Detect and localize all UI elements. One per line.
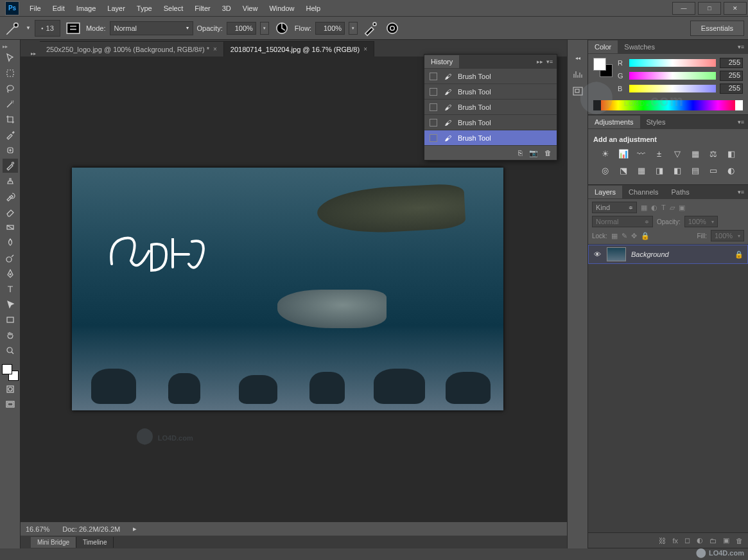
magic-wand-tool[interactable]: [3, 97, 18, 111]
menu-type[interactable]: Type: [132, 2, 157, 15]
tab-mini-bridge[interactable]: Mini Bridge: [31, 537, 76, 548]
filter-pixel-icon[interactable]: ▦: [641, 204, 647, 212]
posterize-icon[interactable]: ◧: [672, 165, 683, 175]
history-item[interactable]: 🖌Brush Tool: [424, 115, 557, 130]
layer-fill-input[interactable]: 100%▾: [711, 230, 744, 241]
zoom-tool[interactable]: [3, 344, 18, 358]
hand-tool[interactable]: [3, 328, 18, 342]
blend-mode-select[interactable]: Normal▾: [110, 21, 193, 35]
document-tab-1[interactable]: 250x250_logo.jpg @ 100% (Background, RGB…: [40, 41, 224, 57]
menu-window[interactable]: Window: [264, 2, 299, 15]
histogram-icon[interactable]: [571, 69, 584, 80]
quick-mask-tool[interactable]: [3, 382, 18, 396]
menu-file[interactable]: File: [24, 2, 46, 15]
lock-transparency-icon[interactable]: ▦: [611, 232, 618, 240]
layer-list[interactable]: 👁 Background 🔒: [588, 245, 748, 532]
link-layers-icon[interactable]: ⛓: [659, 537, 666, 545]
panel-menu-icon[interactable]: ▾≡: [734, 189, 748, 195]
window-minimize-button[interactable]: —: [672, 2, 695, 15]
history-item[interactable]: 🖌Brush Tool: [424, 84, 557, 100]
dodge-tool[interactable]: [3, 251, 18, 265]
tab-adjustments[interactable]: Adjustments: [588, 116, 640, 128]
collapse-tabs-icon[interactable]: ▸▸: [31, 51, 36, 57]
color-fg-bg-swatches[interactable]: [593, 58, 613, 77]
gradient-map-icon[interactable]: ▭: [708, 165, 719, 175]
lock-all-icon[interactable]: 🔒: [641, 232, 650, 240]
close-icon[interactable]: ×: [213, 46, 217, 53]
panel-menu-icon[interactable]: ▸▸ ▾≡: [533, 58, 557, 65]
marquee-tool[interactable]: [3, 66, 18, 80]
tab-history[interactable]: History: [424, 55, 459, 68]
new-layer-icon[interactable]: ▣: [723, 536, 729, 545]
vibrance-icon[interactable]: ▽: [672, 148, 683, 159]
tab-swatches[interactable]: Swatches: [618, 40, 661, 53]
document-tab-2[interactable]: 20180714_150204.jpg @ 16.7% (RGB/8) ×: [224, 41, 374, 57]
layer-item-background[interactable]: 👁 Background 🔒: [588, 245, 748, 264]
layer-filter-kind-select[interactable]: Kind≑: [592, 202, 637, 213]
blur-tool[interactable]: [3, 236, 18, 250]
panel-menu-icon[interactable]: ▾≡: [734, 119, 748, 125]
menu-help[interactable]: Help: [301, 2, 326, 15]
pen-tool[interactable]: [3, 267, 18, 281]
flow-input[interactable]: 100%: [315, 22, 345, 35]
new-fill-layer-icon[interactable]: ◐: [697, 536, 703, 545]
menu-view[interactable]: View: [238, 2, 263, 15]
invert-icon[interactable]: ◨: [654, 165, 665, 175]
hue-saturation-icon[interactable]: ▦: [690, 148, 701, 159]
create-document-from-state-icon[interactable]: ⎘: [518, 149, 523, 157]
color-ramp[interactable]: [593, 100, 743, 110]
gradient-tool[interactable]: [3, 220, 18, 234]
clone-stamp-tool[interactable]: [3, 174, 18, 188]
opacity-dropdown-icon[interactable]: ▾: [260, 22, 269, 35]
status-flyout-icon[interactable]: ▸: [133, 525, 137, 533]
brush-panel-toggle-icon[interactable]: [64, 19, 82, 37]
lasso-tool[interactable]: [3, 82, 18, 96]
b-value-input[interactable]: 255: [720, 83, 743, 94]
tab-channels[interactable]: Channels: [622, 186, 665, 198]
layer-visibility-icon[interactable]: 👁: [593, 250, 602, 258]
move-tool[interactable]: [3, 51, 18, 65]
filter-adjustment-icon[interactable]: ◐: [651, 204, 657, 212]
color-lookup-icon[interactable]: ▦: [636, 165, 647, 175]
history-item[interactable]: 🖌Brush Tool: [424, 130, 557, 146]
menu-3d[interactable]: 3D: [217, 2, 236, 15]
window-maximize-button[interactable]: □: [698, 2, 721, 15]
rectangle-tool[interactable]: [3, 313, 18, 327]
brightness-contrast-icon[interactable]: ☀: [600, 148, 611, 159]
new-group-icon[interactable]: 🗀: [709, 537, 717, 545]
expand-panels-icon[interactable]: ◂◂: [571, 53, 584, 63]
layer-opacity-input[interactable]: 100%▾: [684, 216, 718, 227]
filter-smart-icon[interactable]: ▣: [679, 204, 685, 212]
tab-styles[interactable]: Styles: [640, 116, 672, 128]
r-slider[interactable]: [629, 59, 716, 67]
window-close-button[interactable]: ✕: [724, 2, 747, 15]
foreground-background-swatches[interactable]: [2, 364, 19, 381]
zoom-level[interactable]: 16.67%: [26, 525, 49, 533]
menu-image[interactable]: Image: [71, 2, 101, 15]
workspace-switcher-button[interactable]: Essentials: [690, 21, 744, 36]
menu-filter[interactable]: Filter: [189, 2, 215, 15]
filter-shape-icon[interactable]: ▱: [670, 204, 675, 212]
eraser-tool[interactable]: [3, 205, 18, 219]
close-icon[interactable]: ×: [363, 46, 367, 53]
menu-edit[interactable]: Edit: [48, 2, 70, 15]
healing-brush-tool[interactable]: [3, 143, 18, 157]
history-item[interactable]: 🖌Brush Tool: [424, 100, 557, 115]
black-white-icon[interactable]: ◧: [726, 148, 737, 159]
brush-tool[interactable]: [3, 159, 18, 173]
brush-size-picker[interactable]: ● 13: [35, 20, 60, 37]
navigator-icon[interactable]: [571, 86, 584, 96]
history-item[interactable]: 🖌Brush Tool: [424, 69, 557, 84]
history-list[interactable]: 🖌Brush Tool 🖌Brush Tool 🖌Brush Tool 🖌Bru…: [424, 69, 557, 146]
curves-icon[interactable]: 〰: [636, 148, 647, 159]
history-panel[interactable]: History ▸▸ ▾≡ 🖌Brush Tool 🖌Brush Tool 🖌B…: [424, 54, 557, 161]
path-selection-tool[interactable]: [3, 297, 18, 311]
panel-menu-icon[interactable]: ▾≡: [734, 44, 748, 50]
threshold-icon[interactable]: ▤: [690, 165, 701, 175]
delete-state-icon[interactable]: 🗑: [544, 149, 552, 157]
layer-style-icon[interactable]: fx: [672, 537, 678, 545]
r-value-input[interactable]: 255: [720, 58, 743, 68]
pressure-size-icon[interactable]: [383, 19, 401, 37]
foreground-color-swatch[interactable]: [2, 364, 12, 374]
screen-mode-tool[interactable]: [3, 398, 18, 412]
